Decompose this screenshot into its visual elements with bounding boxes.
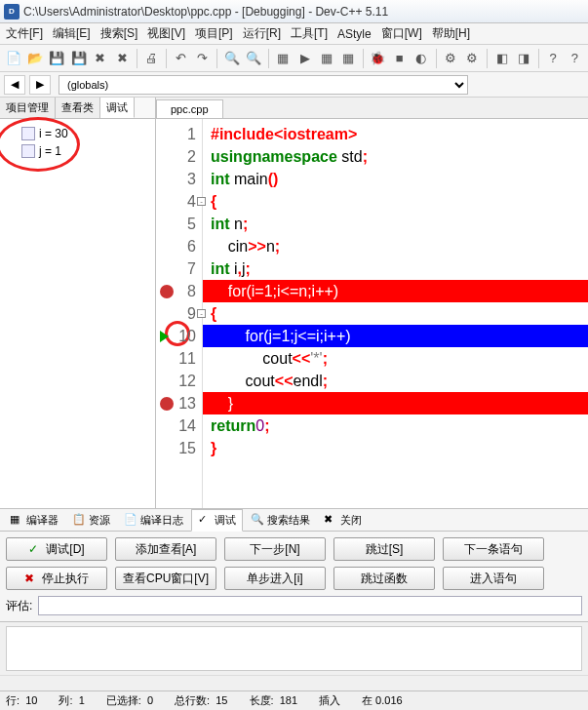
new-file-icon[interactable]: 📄 bbox=[4, 48, 22, 69]
code-line[interactable]: { bbox=[203, 190, 588, 213]
line-number[interactable]: 4- bbox=[158, 190, 196, 213]
code-line[interactable]: } bbox=[203, 392, 588, 414]
line-number[interactable]: 9- bbox=[158, 302, 196, 325]
stop-icon[interactable]: ■ bbox=[390, 48, 409, 69]
line-number[interactable]: 8 bbox=[158, 280, 196, 302]
code-line[interactable]: using namespace std; bbox=[203, 145, 588, 168]
print-icon[interactable]: 🖨 bbox=[142, 48, 161, 69]
code-line[interactable]: for(j=1;j<=i;i++) bbox=[203, 325, 588, 347]
bottom-tab[interactable]: ▦编译器 bbox=[4, 510, 64, 531]
code-line[interactable]: int i,j; bbox=[203, 257, 588, 280]
tool1-icon[interactable]: ⚙ bbox=[442, 48, 460, 69]
bottom-tab[interactable]: 📄编译日志 bbox=[118, 510, 189, 531]
rebuild-icon[interactable]: ▦ bbox=[339, 48, 358, 69]
debug-button[interactable]: 进入语句 bbox=[443, 567, 544, 590]
line-number[interactable]: 2 bbox=[158, 145, 196, 168]
tool2-icon[interactable]: ⚙ bbox=[463, 48, 482, 69]
code-line[interactable]: return 0; bbox=[203, 414, 588, 437]
saveall-icon[interactable]: 💾 bbox=[69, 48, 88, 69]
debug-button[interactable]: ✖停止执行 bbox=[6, 567, 107, 590]
status-col: 列: 1 bbox=[59, 693, 84, 708]
code-line[interactable]: cout<<endl; bbox=[203, 370, 588, 392]
help2-icon[interactable]: ? bbox=[566, 48, 584, 69]
menu-item[interactable]: 项目[P] bbox=[195, 25, 233, 42]
line-number[interactable]: 15 bbox=[158, 437, 196, 459]
code-line[interactable]: cin>>n; bbox=[203, 235, 588, 257]
compilerun-icon[interactable]: ▦ bbox=[317, 48, 335, 69]
menu-item[interactable]: 窗口[W] bbox=[381, 25, 422, 42]
goto2-icon[interactable]: ◨ bbox=[514, 48, 532, 69]
redo-icon[interactable]: ↷ bbox=[193, 48, 212, 69]
goto1-icon[interactable]: ◧ bbox=[492, 48, 511, 69]
line-number[interactable]: 12 bbox=[158, 370, 196, 392]
menu-item[interactable]: 帮助[H] bbox=[432, 25, 470, 42]
line-number[interactable]: 6 bbox=[158, 235, 196, 257]
open-icon[interactable]: 📂 bbox=[25, 48, 44, 69]
debug-button[interactable]: 下一条语句 bbox=[443, 537, 544, 561]
menu-item[interactable]: 视图[V] bbox=[147, 25, 185, 42]
breakpoint-icon[interactable] bbox=[160, 285, 174, 298]
gutter: 1234-56789-101112131415 bbox=[156, 119, 203, 508]
file-tab-ppc[interactable]: ppc.cpp bbox=[156, 99, 223, 118]
close-icon[interactable]: ✖ bbox=[91, 48, 109, 69]
bottom-tab[interactable]: 📋资源 bbox=[66, 510, 116, 531]
code-line[interactable]: for(i=1;i<=n;i++) bbox=[203, 280, 588, 302]
line-number[interactable]: 13 bbox=[158, 392, 196, 414]
line-number[interactable]: 1 bbox=[158, 123, 196, 145]
code-line[interactable]: int n; bbox=[203, 213, 588, 235]
undo-icon[interactable]: ↶ bbox=[172, 48, 190, 69]
line-number[interactable]: 11 bbox=[158, 347, 196, 370]
debug-button[interactable]: 查看CPU窗口[V] bbox=[115, 567, 216, 590]
menu-item[interactable]: 文件[F] bbox=[6, 25, 43, 42]
debug-button[interactable]: 跳过函数 bbox=[333, 567, 435, 590]
left-tab[interactable]: 项目管理 bbox=[0, 98, 56, 118]
horizontal-scrollbar[interactable] bbox=[0, 675, 588, 690]
code-line[interactable]: #include<iostream> bbox=[203, 123, 588, 145]
debug-button[interactable]: ✓调试[D] bbox=[6, 537, 107, 561]
fold-icon[interactable]: - bbox=[197, 197, 206, 206]
save-icon[interactable]: 💾 bbox=[48, 48, 66, 69]
line-number[interactable]: 7 bbox=[158, 257, 196, 280]
nav-back-icon[interactable]: ◀ bbox=[4, 75, 25, 95]
debug-button[interactable]: 跳过[S] bbox=[333, 537, 435, 561]
line-number[interactable]: 5 bbox=[158, 213, 196, 235]
line-number[interactable]: 10 bbox=[158, 325, 196, 347]
line-number[interactable]: 14 bbox=[158, 414, 196, 437]
menu-item[interactable]: 搜索[S] bbox=[100, 25, 138, 42]
replace-icon[interactable]: 🔍 bbox=[245, 48, 263, 69]
left-tab[interactable]: 调试 bbox=[100, 98, 135, 118]
help1-icon[interactable]: ? bbox=[543, 48, 562, 69]
debug-button[interactable]: 单步进入[i] bbox=[224, 567, 326, 590]
code-body[interactable]: #include<iostream>using namespace std;in… bbox=[203, 119, 588, 508]
debug-icon[interactable]: 🐞 bbox=[369, 48, 387, 69]
debug-button[interactable]: 添加查看[A] bbox=[115, 537, 216, 561]
debug-button[interactable]: 下一步[N] bbox=[224, 537, 326, 561]
left-tab[interactable]: 查看类 bbox=[56, 98, 100, 118]
bottom-tab[interactable]: 🔍搜索结果 bbox=[245, 510, 316, 531]
code-line[interactable]: { bbox=[203, 302, 588, 325]
status-len: 长度: 181 bbox=[250, 693, 298, 708]
line-number[interactable]: 3 bbox=[158, 168, 196, 190]
eval-input[interactable] bbox=[38, 596, 582, 615]
fold-icon[interactable]: - bbox=[197, 309, 206, 318]
find-icon[interactable]: 🔍 bbox=[222, 48, 241, 69]
menu-item[interactable]: 编辑[E] bbox=[53, 25, 91, 42]
bottom-tab[interactable]: ✖关闭 bbox=[318, 510, 368, 531]
menu-item[interactable]: AStyle bbox=[337, 27, 372, 41]
eval-label: 评估: bbox=[6, 598, 32, 614]
profile-icon[interactable]: ◐ bbox=[412, 48, 430, 69]
menu-item[interactable]: 工具[T] bbox=[291, 25, 328, 42]
output-area[interactable] bbox=[6, 626, 582, 671]
menu-item[interactable]: 运行[R] bbox=[243, 25, 281, 42]
code-editor[interactable]: 1234-56789-101112131415 #include<iostrea… bbox=[156, 119, 588, 508]
code-line[interactable]: int main() bbox=[203, 168, 588, 190]
compile-icon[interactable]: ▦ bbox=[274, 48, 293, 69]
run-icon[interactable]: ▶ bbox=[295, 48, 314, 69]
code-line[interactable]: cout<<'*'; bbox=[203, 347, 588, 370]
nav-fwd-icon[interactable]: ▶ bbox=[29, 75, 51, 95]
code-line[interactable]: } bbox=[203, 437, 588, 459]
breakpoint-icon[interactable] bbox=[160, 397, 174, 411]
bottom-tab[interactable]: ✓调试 bbox=[191, 509, 243, 532]
closeall-icon[interactable]: ✖ bbox=[112, 48, 131, 69]
globals-select[interactable]: (globals) bbox=[59, 75, 468, 95]
